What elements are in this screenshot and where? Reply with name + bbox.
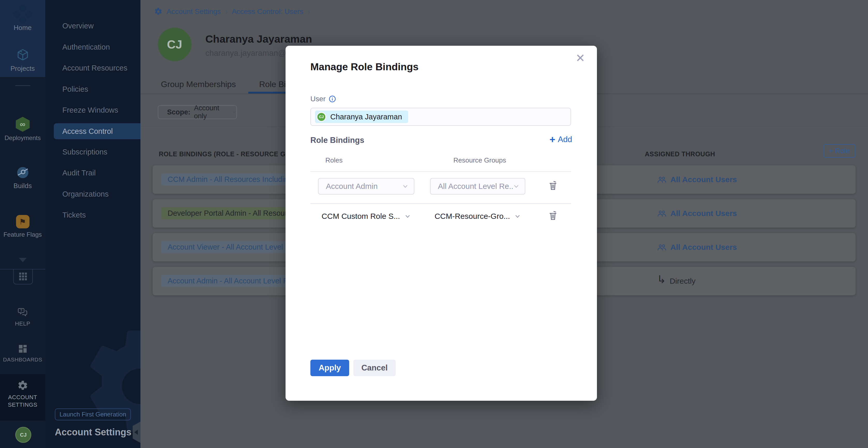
resource-group-select[interactable]: All Account Level Re... xyxy=(430,178,525,195)
assigned-through-directly: ↳ Directly xyxy=(657,267,695,295)
subnav-item-freeze-windows[interactable]: Freeze Windows xyxy=(62,105,118,115)
selected-user-name: Charanya Jayaraman xyxy=(330,113,402,121)
rail-divider xyxy=(15,85,30,86)
rail-item-label: Builds xyxy=(13,182,32,190)
svg-text:?: ? xyxy=(20,309,22,313)
cancel-button[interactable]: Cancel xyxy=(353,359,396,376)
rail-item-label: HELP xyxy=(15,320,30,327)
delete-role-binding-button[interactable] xyxy=(547,179,559,192)
feature-flags-icon: ⚑ xyxy=(16,215,30,229)
rail-item-home[interactable]: Home xyxy=(0,7,45,32)
info-icon[interactable] xyxy=(329,95,336,103)
role-bindings-section-title: Role Bindings xyxy=(310,136,364,145)
direct-assignment-icon: ↳ xyxy=(657,274,666,285)
rail-item-help[interactable]: ? HELP xyxy=(0,307,45,327)
apply-button[interactable]: Apply xyxy=(310,359,349,376)
user-email: charanya.jayaraman@h xyxy=(205,48,291,58)
delete-role-binding-button[interactable] xyxy=(547,209,559,222)
chevron-down-icon xyxy=(404,213,411,219)
column-header-assigned-through: ASSIGNED THROUGH xyxy=(645,150,715,158)
scope-value: Account only xyxy=(194,104,222,120)
resource-group-select[interactable]: CCM-Resource-Gro... xyxy=(430,208,525,225)
rail-item-builds[interactable]: Builds xyxy=(0,166,45,190)
gear-icon xyxy=(154,7,162,16)
subnav-item-account-resources[interactable]: Account Resources xyxy=(62,63,127,73)
rail-item-account-settings[interactable]: ACCOUNT SETTINGS xyxy=(0,380,45,409)
role-select[interactable]: CCM Custom Role S... xyxy=(318,208,414,225)
avatar: CJ xyxy=(317,112,326,122)
column-header-role-bindings: ROLE BINDINGS (ROLE - RESOURCE GROUP) xyxy=(159,150,307,158)
chevron-down-icon xyxy=(19,258,27,262)
selected-user-chip[interactable]: CJ Charanya Jayaraman xyxy=(315,111,408,123)
chevron-down-icon xyxy=(402,183,409,189)
subnav-item-policies[interactable]: Policies xyxy=(62,84,88,94)
rail-item-label: Deployments xyxy=(4,134,41,142)
user-avatar: CJ xyxy=(158,28,191,61)
chevron-down-icon xyxy=(232,109,237,115)
subnav-title: Account Settings xyxy=(55,427,131,438)
assigned-through-link[interactable]: All Account Users xyxy=(657,165,737,194)
user-group-icon xyxy=(657,208,667,218)
add-role-binding-button[interactable]: + Add xyxy=(550,135,572,144)
modal-column-roles: Roles xyxy=(326,156,342,164)
module-picker-button[interactable] xyxy=(13,269,33,284)
help-chat-icon: ? xyxy=(17,307,28,318)
tab-group-memberships[interactable]: Group Memberships xyxy=(161,79,236,89)
subnav-item-subscriptions[interactable]: Subscriptions xyxy=(62,147,107,157)
subnav-item-overview[interactable]: Overview xyxy=(62,21,94,31)
breadcrumb: Account Settings › Access Control: Users… xyxy=(154,7,310,16)
rail-user-avatar[interactable]: CJ xyxy=(15,427,31,443)
close-icon[interactable]: ✕ xyxy=(576,51,585,65)
deployments-icon: ∞ xyxy=(16,117,30,132)
user-input[interactable]: CJ Charanya Jayaraman xyxy=(310,108,571,126)
user-name: Charanya Jayaraman xyxy=(205,33,312,45)
rail-item-label: Feature Flags xyxy=(3,231,42,238)
projects-cube-icon xyxy=(16,47,30,62)
rail-item-label: Home xyxy=(14,24,32,32)
breadcrumb-access-control-users[interactable]: Access Control: Users xyxy=(232,7,303,16)
divider xyxy=(310,203,571,204)
breadcrumb-separator: › xyxy=(225,7,227,16)
user-field-label: User xyxy=(310,95,336,103)
chevron-down-icon xyxy=(513,183,520,189)
avatar: CJ xyxy=(15,427,31,443)
home-icon xyxy=(12,4,33,24)
subnav-item-audit-trail[interactable]: Audit Trail xyxy=(62,168,96,178)
assigned-through-link[interactable]: All Account Users xyxy=(657,233,737,262)
user-group-icon xyxy=(657,175,667,184)
modal-column-resource-groups: Resource Groups xyxy=(454,156,506,164)
dashboards-icon xyxy=(18,344,28,354)
rail-item-projects[interactable]: Projects xyxy=(0,47,45,73)
rail-item-feature-flags[interactable]: ⚑ Feature Flags xyxy=(0,215,45,238)
rail-item-label: DASHBOARDS xyxy=(3,356,42,363)
modal-title: Manage Role Bindings xyxy=(310,61,418,73)
user-group-icon xyxy=(657,242,667,252)
settings-subnav: Overview Authentication Account Resource… xyxy=(45,0,141,448)
assigned-through-link[interactable]: All Account Users xyxy=(657,199,737,228)
rail-item-dashboards[interactable]: DASHBOARDS xyxy=(0,344,45,363)
chevron-down-icon xyxy=(514,213,521,219)
subnav-item-access-control[interactable]: Access Control xyxy=(54,123,141,139)
gear-icon xyxy=(17,380,28,391)
collapse-arrow-icon xyxy=(134,430,138,435)
grid-icon xyxy=(19,273,27,280)
subnav-item-organizations[interactable]: Organizations xyxy=(62,189,108,199)
add-role-button[interactable]: + Role xyxy=(823,144,855,158)
role-select[interactable]: Account Admin xyxy=(318,178,414,195)
launch-first-generation-button[interactable]: Launch First Generation xyxy=(55,409,131,420)
module-rail: Home Projects ∞ Deployments Builds ⚑ Fea… xyxy=(0,0,45,448)
breadcrumb-account-settings[interactable]: Account Settings xyxy=(166,7,221,16)
breadcrumb-separator: › xyxy=(308,7,310,16)
rail-expand-chevron[interactable] xyxy=(19,258,27,262)
rail-item-deployments[interactable]: ∞ Deployments xyxy=(0,117,45,142)
rail-item-label: ACCOUNT SETTINGS xyxy=(7,394,38,409)
scope-dropdown[interactable]: Scope: Account only xyxy=(158,105,237,119)
divider xyxy=(310,171,571,172)
builds-icon xyxy=(16,166,30,179)
subnav-item-authentication[interactable]: Authentication xyxy=(62,42,110,52)
scope-label: Scope: xyxy=(167,108,190,116)
manage-role-bindings-modal: ✕ Manage Role Bindings User CJ Charanya … xyxy=(285,46,597,401)
plus-icon: + xyxy=(550,135,555,144)
subnav-item-tickets[interactable]: Tickets xyxy=(62,210,86,220)
app-root: Home Projects ∞ Deployments Builds ⚑ Fea… xyxy=(0,0,868,448)
